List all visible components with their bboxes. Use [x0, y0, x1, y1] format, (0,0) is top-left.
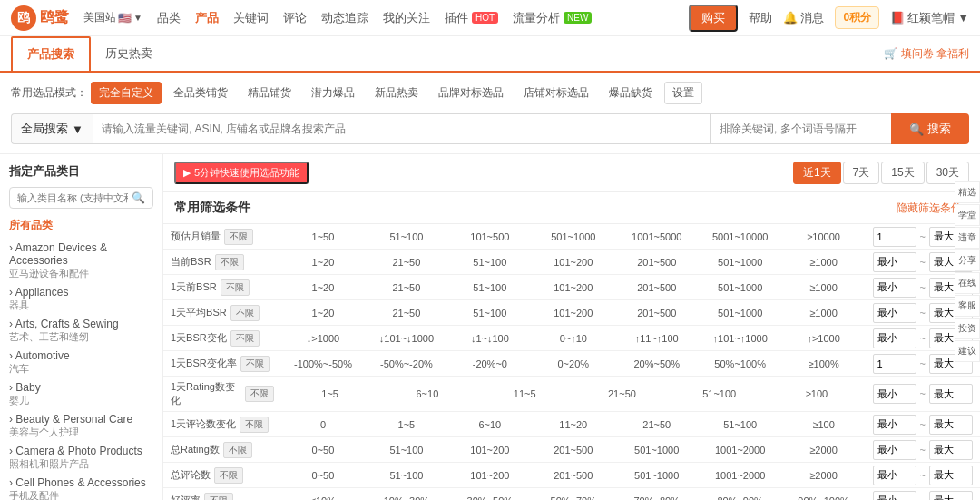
filter-opt-8-1[interactable]: 51~100	[365, 441, 448, 459]
category-automotive[interactable]: › Automotive 汽车	[9, 347, 153, 378]
filter-opt-3-3[interactable]: 101~200	[532, 304, 615, 322]
nav-site[interactable]: 美国站 🇺🇸 ▼	[83, 10, 142, 25]
filter-opt-3-4[interactable]: 201~500	[615, 304, 699, 322]
message-link[interactable]: 🔔 消息	[783, 10, 824, 26]
filter-opt-0-0[interactable]: 1~50	[281, 228, 365, 246]
float-btn-share[interactable]: 分享	[955, 250, 980, 271]
filter-opt-10-3[interactable]: 50%~70%	[532, 492, 615, 501]
filter-opt-0-2[interactable]: 101~500	[448, 228, 532, 246]
filter-badge-2[interactable]: 不限	[220, 279, 250, 296]
filter-opt-2-0[interactable]: 1~20	[281, 279, 365, 297]
filter-opt-6-0[interactable]: 1~5	[281, 385, 378, 403]
filter-opt-6-3[interactable]: 21~50	[573, 385, 671, 403]
sub-nav-hot-history[interactable]: 历史热卖	[91, 36, 167, 73]
search-scope-dropdown[interactable]: 全局搜索 ▼	[11, 113, 93, 144]
filter-tab-hot[interactable]: 爆品缺货	[601, 82, 661, 104]
sub-nav-product-search[interactable]: 产品搜索	[11, 36, 91, 73]
filter-opt-5-5[interactable]: 50%~100%	[699, 355, 782, 373]
category-amazon-devices[interactable]: › Amazon Devices & Accessories 亚马逊设备和配件	[9, 239, 153, 283]
filter-opt-2-2[interactable]: 51~100	[448, 279, 532, 297]
filter-opt-4-5[interactable]: ↑101~↑1000	[699, 329, 782, 348]
nav-traffic[interactable]: 流量分析NEW	[513, 10, 592, 26]
filter-opt-10-5[interactable]: 80%~90%	[699, 492, 782, 501]
filter-input-min-2[interactable]	[873, 278, 916, 298]
filter-badge-1[interactable]: 不限	[215, 254, 244, 270]
filter-opt-3-0[interactable]: 1~20	[281, 304, 365, 322]
filter-input-min-10[interactable]	[873, 491, 916, 501]
filter-input-min-0[interactable]	[873, 227, 916, 247]
filter-opt-7-0[interactable]: 0	[281, 416, 365, 434]
filter-opt-9-2[interactable]: 101~200	[448, 466, 532, 485]
filter-opt-6-4[interactable]: 51~100	[671, 385, 768, 403]
sidebar-all-categories[interactable]: 所有品类	[9, 218, 153, 233]
float-btn-select[interactable]: 精选	[955, 181, 980, 203]
filter-opt-7-2[interactable]: 6~10	[448, 416, 532, 434]
filter-opt-1-4[interactable]: 201~500	[615, 253, 699, 271]
filter-opt-5-4[interactable]: 20%~50%	[615, 355, 699, 373]
filter-opt-9-5[interactable]: 1001~2000	[699, 466, 782, 485]
quick-tip-button[interactable]: ▶ 5分钟快速使用选品功能	[174, 162, 309, 184]
filter-opt-10-2[interactable]: 30%~50%	[448, 492, 532, 501]
filter-opt-6-2[interactable]: 11~5	[476, 385, 573, 403]
filter-badge-0[interactable]: 不限	[224, 229, 253, 245]
filter-input-min-3[interactable]	[873, 303, 916, 323]
filter-input-min-5[interactable]	[873, 354, 916, 374]
filter-tab-premium[interactable]: 精品铺货	[240, 82, 299, 104]
filter-badge-6[interactable]: 不限	[245, 386, 274, 402]
filter-opt-0-5[interactable]: 5001~10000	[699, 228, 782, 246]
float-btn-suggest[interactable]: 建议	[955, 340, 980, 362]
float-btn-violation[interactable]: 违章	[955, 227, 980, 249]
filter-input-min-1[interactable]	[873, 252, 916, 272]
nav-plugin[interactable]: 插件HOT	[445, 10, 498, 26]
filter-opt-1-5[interactable]: 501~1000	[699, 253, 782, 271]
filter-input-min-7[interactable]	[873, 415, 916, 435]
filter-opt-4-0[interactable]: ↓>1000	[281, 329, 365, 348]
filter-opt-10-4[interactable]: 70%~80%	[615, 492, 699, 501]
filter-opt-3-1[interactable]: 21~50	[365, 304, 448, 322]
nav-follow[interactable]: 我的关注	[383, 10, 430, 26]
logo[interactable]: 鸥 鸥鹭	[11, 5, 69, 31]
filter-opt-2-3[interactable]: 101~200	[532, 279, 615, 297]
float-btn-school[interactable]: 学堂	[955, 204, 980, 226]
sidebar-search[interactable]: 🔍	[9, 187, 153, 209]
filter-opt-3-6[interactable]: ≥1000	[782, 304, 866, 322]
filter-opt-8-0[interactable]: 0~50	[281, 441, 365, 459]
filter-opt-4-2[interactable]: ↓1~↓100	[448, 329, 532, 348]
search-button[interactable]: 🔍 搜索	[891, 113, 969, 144]
filter-badge-9[interactable]: 不限	[214, 467, 243, 484]
filter-opt-1-0[interactable]: 1~20	[281, 253, 365, 271]
filter-badge-8[interactable]: 不限	[223, 442, 252, 458]
filter-opt-5-1[interactable]: -50%~-20%	[365, 355, 448, 373]
filter-input-max-9[interactable]	[929, 466, 973, 485]
filter-tab-store[interactable]: 店铺对标选品	[515, 82, 597, 104]
filter-opt-8-3[interactable]: 201~500	[532, 441, 615, 459]
filter-opt-8-2[interactable]: 101~200	[448, 441, 532, 459]
nav-product[interactable]: 产品	[195, 10, 219, 26]
filter-opt-8-5[interactable]: 1001~2000	[699, 441, 782, 459]
filter-input-min-4[interactable]	[873, 328, 916, 348]
filter-input-min-9[interactable]	[873, 466, 916, 485]
help-link[interactable]: 帮助	[749, 10, 772, 26]
nav-tracking[interactable]: 动态追踪	[321, 10, 368, 26]
category-camera[interactable]: › Camera & Photo Products 照相机和照片产品	[9, 442, 153, 474]
filter-input-min-8[interactable]	[873, 440, 916, 460]
search-input[interactable]	[93, 113, 710, 144]
filter-opt-7-1[interactable]: 1~5	[365, 416, 448, 434]
nav-review[interactable]: 评论	[283, 10, 307, 26]
nav-keyword[interactable]: 关键词	[233, 10, 269, 26]
filter-input-min-6[interactable]	[873, 384, 916, 404]
filter-opt-7-6[interactable]: ≥100	[782, 416, 866, 434]
filter-opt-0-3[interactable]: 501~1000	[532, 228, 615, 246]
filter-input-max-7[interactable]	[929, 415, 973, 435]
nav-category[interactable]: 品类	[157, 10, 181, 26]
filter-opt-3-5[interactable]: 501~1000	[699, 304, 782, 322]
category-appliances[interactable]: › Appliances 器具	[9, 283, 153, 315]
search-exclude-input[interactable]	[710, 113, 891, 144]
filter-opt-5-3[interactable]: 0~20%	[532, 355, 615, 373]
filter-badge-4[interactable]: 不限	[230, 330, 260, 347]
filter-opt-10-0[interactable]: ≤10%	[281, 492, 365, 501]
filter-input-max-6[interactable]	[929, 384, 973, 404]
filter-opt-4-1[interactable]: ↓101~↓1000	[365, 329, 448, 348]
filter-opt-10-6[interactable]: 90%~100%	[782, 492, 866, 501]
filter-badge-10[interactable]: 不限	[204, 493, 233, 501]
